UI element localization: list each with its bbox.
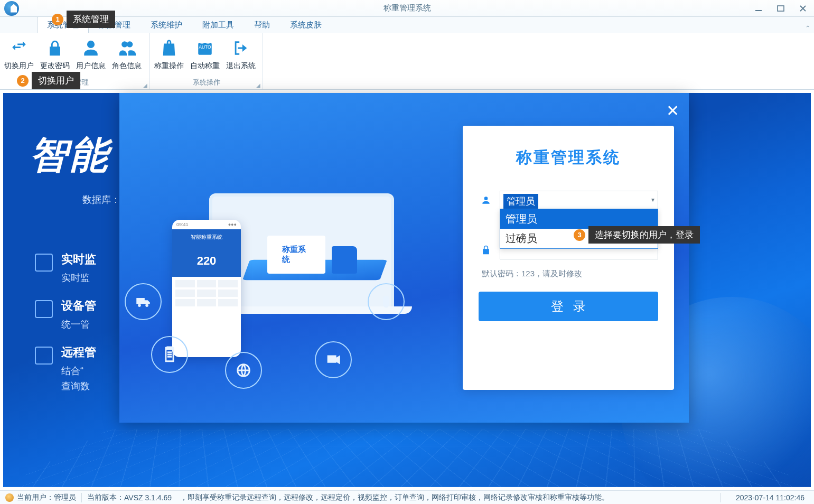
user-avatar-icon bbox=[5, 493, 14, 502]
truck-label: 称重系统 bbox=[282, 245, 311, 265]
close-button[interactable] bbox=[792, 0, 814, 17]
login-panel: 称重管理系统 管理员 ▾ 管理员 过磅员 默认密码：123，请 bbox=[463, 126, 674, 390]
svg-point-7 bbox=[145, 304, 148, 307]
status-user-value: 管理员 bbox=[54, 493, 76, 502]
feature-title: 设备管 bbox=[61, 298, 96, 314]
ribbon-group-name: 系统操作 bbox=[193, 78, 220, 86]
ribbon-role-info[interactable]: 角色信息 bbox=[109, 35, 145, 71]
status-bar: 当前用户： 管理员 当前版本： AVSZ 3.1.4.69 ，即刻享受称重记录远… bbox=[0, 490, 814, 504]
ribbon-item-label: 退出系统 bbox=[226, 61, 256, 71]
login-button[interactable]: 登录 bbox=[479, 292, 658, 321]
user-icon bbox=[479, 195, 493, 206]
role-icon bbox=[117, 38, 137, 58]
ribbon-exit[interactable]: 退出系统 bbox=[223, 35, 259, 71]
status-version-label: 当前版本： bbox=[87, 493, 124, 502]
feature-title: 实时监 bbox=[61, 251, 96, 267]
maximize-button[interactable] bbox=[770, 0, 792, 17]
annotation-label: 系统管理 bbox=[67, 11, 115, 28]
ribbon-item-label: 角色信息 bbox=[112, 61, 142, 71]
ribbon-item-label: 自动称重 bbox=[190, 61, 220, 71]
content-area: 智能 数据库： 实时监 实时监 设备管 统一管 远程管 结合“查询数 ✕ bbox=[0, 90, 814, 490]
feature-desc: 实时监 bbox=[61, 270, 96, 286]
ribbon-item-label: 称重操作 bbox=[154, 61, 184, 71]
remote-icon bbox=[35, 347, 53, 365]
user-icon bbox=[81, 38, 101, 58]
device-icon bbox=[35, 300, 53, 318]
user-row: 管理员 ▾ 管理员 过磅员 bbox=[479, 191, 658, 210]
orb-truck-icon bbox=[125, 283, 162, 320]
menu-tabs: 系统管理 数据管理 系统维护 附加工具 帮助 系统皮肤 bbox=[0, 17, 814, 33]
phone-banner: 智能称重系统 bbox=[172, 229, 241, 245]
orb-camera-icon bbox=[315, 341, 352, 378]
chevron-down-icon: ▾ bbox=[651, 196, 654, 203]
window-title: 称重管理系统 bbox=[383, 3, 431, 13]
annotation-badge: 3 bbox=[574, 229, 585, 241]
user-combobox[interactable]: 管理员 ▾ bbox=[500, 191, 658, 210]
ribbon: 切换用户 更改密码 用户信息 角色信息 用户管理◢ bbox=[0, 33, 814, 90]
ribbon-weigh-op[interactable]: 称重操作 bbox=[151, 35, 187, 71]
lock-icon bbox=[45, 38, 65, 58]
ribbon-item-label: 切换用户 bbox=[4, 61, 34, 71]
group-expand-icon[interactable]: ◢ bbox=[143, 82, 147, 88]
ribbon-change-password[interactable]: 更改密码 bbox=[37, 35, 73, 71]
group-expand-icon[interactable]: ◢ bbox=[256, 82, 260, 88]
titlebar: 称重管理系统 ⌃ bbox=[0, 0, 814, 17]
exit-icon bbox=[231, 38, 251, 58]
tab-skin[interactable]: 系统皮肤 bbox=[280, 16, 332, 33]
svg-rect-1 bbox=[778, 6, 784, 11]
user-selected-value: 管理员 bbox=[503, 194, 538, 209]
feature-realtime: 实时监 实时监 bbox=[61, 251, 96, 286]
ribbon-collapse-chevron-icon[interactable]: ⌃ bbox=[805, 24, 811, 32]
login-modal: ✕ 称重系统 09:41●●● 智能称重系统 220 bbox=[119, 93, 689, 423]
status-separator bbox=[721, 493, 721, 502]
ribbon-switch-user[interactable]: 切换用户 bbox=[1, 35, 37, 71]
feature-desc: 结合“ bbox=[61, 366, 83, 376]
modal-illustration: 称重系统 09:41●●● 智能称重系统 220 bbox=[141, 162, 436, 389]
app-window: 称重管理系统 ⌃ 系统管理 数据管理 系统维护 附加工具 帮助 系统皮肤 切换用… bbox=[0, 0, 814, 504]
window-buttons bbox=[747, 0, 814, 17]
tab-help[interactable]: 帮助 bbox=[244, 16, 280, 33]
orb-clipboard-icon bbox=[151, 336, 188, 373]
status-separator bbox=[81, 493, 82, 502]
feature-device: 设备管 统一管 bbox=[61, 298, 96, 332]
tab-extra-tools[interactable]: 附加工具 bbox=[192, 16, 244, 33]
annotation-badge: 2 bbox=[17, 75, 29, 87]
ribbon-user-info[interactable]: 用户信息 bbox=[73, 35, 109, 71]
svg-rect-0 bbox=[755, 10, 762, 11]
truck-icon: 称重系统 bbox=[267, 230, 357, 288]
phone-number: 220 bbox=[197, 254, 217, 268]
minimize-button[interactable] bbox=[747, 0, 770, 17]
svg-rect-3 bbox=[201, 41, 204, 44]
bag-icon bbox=[159, 38, 179, 58]
annotation-3: 3 选择要切换的用户，登录 bbox=[574, 226, 700, 244]
ribbon-item-label: 用户信息 bbox=[76, 61, 106, 71]
orb-globe-icon bbox=[225, 352, 262, 389]
ribbon-item-label: 更改密码 bbox=[40, 61, 70, 71]
orb-scale-icon bbox=[368, 283, 405, 320]
tab-system-maintain[interactable]: 系统维护 bbox=[141, 16, 192, 33]
switch-user-icon bbox=[9, 38, 29, 58]
app-logo-icon bbox=[4, 1, 19, 16]
feature-remote: 远程管 结合“查询数 bbox=[61, 344, 96, 394]
svg-rect-4 bbox=[207, 41, 210, 44]
annotation-badge: 1 bbox=[52, 14, 63, 25]
ribbon-auto-weigh[interactable]: AUTO 自动称重 bbox=[187, 35, 223, 71]
annotation-1: 1 系统管理 bbox=[52, 11, 115, 28]
status-marquee: ，即刻享受称重记录远程查询，远程修改，远程定价，视频监控，订单查询，网络打印审核… bbox=[175, 493, 715, 502]
feature-title: 远程管 bbox=[61, 344, 96, 360]
login-title: 称重管理系统 bbox=[479, 147, 658, 169]
ribbon-group-system-op: 称重操作 AUTO 自动称重 退出系统 系统操作◢ bbox=[150, 33, 263, 89]
lock-icon bbox=[479, 245, 493, 255]
annotation-2: 2 切换用户 bbox=[17, 72, 80, 89]
database-label: 数据库： bbox=[82, 193, 120, 206]
status-user-label: 当前用户： bbox=[17, 493, 54, 502]
status-version-value: AVSZ 3.1.4.69 bbox=[124, 493, 172, 502]
svg-point-6 bbox=[138, 304, 141, 307]
auto-icon: AUTO bbox=[195, 38, 215, 58]
phone-icon: 09:41●●● 智能称重系统 220 bbox=[172, 220, 241, 357]
modal-close-icon[interactable]: ✕ bbox=[666, 101, 679, 120]
status-datetime: 2023-07-14 11:02:46 bbox=[726, 493, 814, 502]
feature-desc: 统一管 bbox=[61, 317, 96, 332]
svg-rect-9 bbox=[383, 296, 389, 308]
svg-text:AUTO: AUTO bbox=[199, 44, 211, 50]
